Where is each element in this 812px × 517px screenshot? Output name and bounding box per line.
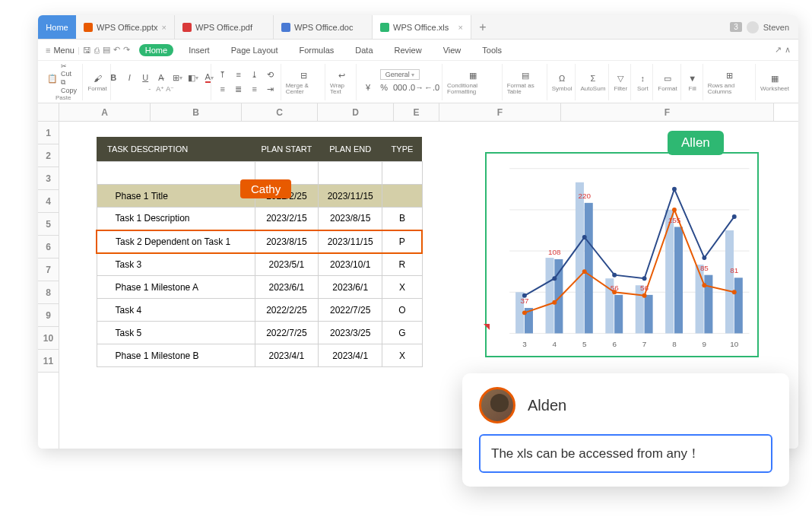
fill-color-button[interactable]: ◧▾ — [186, 71, 200, 84]
table-cell[interactable]: 2023/8/15 — [319, 208, 382, 230]
border-button[interactable]: ⊞▾ — [170, 71, 184, 84]
table-cell[interactable]: 2023/3/25 — [319, 322, 382, 344]
close-icon[interactable]: × — [458, 23, 463, 32]
share-icon[interactable]: ↗ — [775, 45, 782, 55]
save-icon[interactable]: 🖫 — [83, 46, 91, 55]
table-cell[interactable]: 2023/4/1 — [255, 344, 318, 367]
table-cell[interactable]: Task 3 — [97, 253, 255, 276]
collaborator-tag-cathy[interactable]: Cathy — [240, 179, 291, 198]
table-cell[interactable]: 2023/6/1 — [255, 276, 318, 299]
ribbon-tab[interactable]: Data — [349, 44, 379, 56]
table-cell[interactable] — [382, 185, 422, 208]
row-header[interactable]: 10 — [38, 327, 59, 350]
comma-icon[interactable]: 000 — [393, 81, 407, 94]
row-header[interactable]: 6 — [38, 236, 59, 258]
table-row[interactable]: Task 52022/7/252023/3/25G — [97, 322, 422, 344]
align-center-icon[interactable]: ≣ — [232, 82, 246, 96]
ribbon-tab[interactable]: Review — [389, 44, 428, 56]
table-cell[interactable]: Task 2 Dependent on Task 1 — [97, 230, 255, 253]
table-cell[interactable]: Task 5 — [97, 322, 255, 344]
table-cell[interactable]: 2023/10/1 — [319, 253, 382, 276]
align-top-icon[interactable]: ⤒ — [216, 68, 230, 81]
merge-group[interactable]: ⊟Merge & Center — [283, 64, 325, 100]
wrap-group[interactable]: ↩Wrap Text — [327, 64, 357, 100]
ribbon-tab[interactable]: View — [437, 44, 468, 56]
copy-button[interactable]: ⧉ Copy — [61, 78, 80, 94]
table-cell[interactable]: 2023/2/15 — [255, 208, 318, 230]
column-header[interactable]: F — [561, 103, 774, 121]
currency-icon[interactable]: ¥ — [361, 81, 375, 94]
paste-icon[interactable]: 📋 — [47, 71, 59, 85]
row-header[interactable]: 8 — [38, 281, 59, 304]
dec-inc-icon[interactable]: .0→ — [409, 81, 423, 94]
ribbon-tab[interactable]: Insert — [182, 44, 216, 56]
comment-text[interactable]: The xls can be accessed from any！ — [479, 434, 772, 473]
table-cell[interactable]: B — [382, 208, 422, 230]
symbol-group[interactable]: ΩSymbol — [549, 64, 576, 100]
filter-group[interactable]: ▽Filter — [611, 64, 631, 100]
table-cell[interactable]: G — [382, 322, 422, 344]
home-tab[interactable]: Home — [38, 15, 76, 39]
table-cell[interactable]: 2023/4/1 — [319, 344, 382, 367]
table-cell[interactable]: X — [382, 276, 422, 299]
table-cell[interactable]: O — [382, 299, 422, 322]
number-format-select[interactable]: General ▾ — [380, 69, 420, 80]
ribbon-tab[interactable]: Page Layout — [225, 44, 284, 56]
redo-icon[interactable]: ↷ — [123, 45, 130, 55]
row-header[interactable]: 3 — [38, 167, 59, 190]
table-cell[interactable]: 2023/11/15 — [319, 230, 382, 253]
row-header[interactable]: 4 — [38, 190, 59, 213]
indent-icon[interactable]: ⇥ — [264, 82, 278, 96]
row-header[interactable]: 7 — [38, 258, 59, 281]
table-row[interactable]: Task 42022/2/252022/7/25O — [97, 299, 422, 322]
menu-label[interactable]: Menu — [53, 46, 75, 55]
italic-button[interactable]: I — [122, 71, 136, 84]
table-row[interactable]: Phase 1 Milestone A2023/6/12023/6/1X — [97, 276, 422, 299]
format-painter-icon[interactable]: 🖌 — [90, 71, 104, 85]
ribbon-tab[interactable]: Tools — [476, 44, 508, 56]
table-cell[interactable]: P — [382, 230, 422, 253]
table-cell[interactable]: Phase 1 Title — [97, 185, 255, 208]
align-middle-icon[interactable]: ≡ — [232, 68, 246, 81]
orientation-icon[interactable]: ⟲ — [264, 68, 278, 81]
document-tab[interactable]: WPS Office.xls× — [373, 15, 471, 39]
table-row[interactable]: Task 1 Description2023/2/152023/8/15B — [97, 208, 422, 230]
document-tab[interactable]: WPS Office.pptx× — [76, 15, 175, 39]
row-header[interactable]: 5 — [38, 213, 59, 236]
sort-group[interactable]: ↕Sort — [633, 64, 653, 100]
column-header[interactable]: A — [59, 103, 151, 121]
column-header[interactable]: F — [439, 103, 561, 121]
column-header[interactable]: E — [394, 103, 439, 121]
document-tab[interactable]: WPS Office.pdf — [175, 15, 274, 39]
close-icon[interactable]: × — [162, 23, 167, 32]
table-cell[interactable]: Phase 1 Milestone B — [97, 344, 255, 367]
row-header[interactable]: 2 — [38, 144, 59, 167]
percent-icon[interactable]: % — [377, 81, 391, 94]
align-right-icon[interactable]: ≡ — [248, 82, 262, 96]
align-bottom-icon[interactable]: ⤓ — [248, 68, 262, 81]
table-row[interactable]: Phase 1 Milestone B2023/4/12023/4/1X — [97, 344, 422, 367]
document-tab[interactable]: WPS Office.doc — [274, 15, 373, 39]
table-row[interactable]: Task 2 Dependent on Task 12023/8/152023/… — [97, 230, 422, 253]
dec-dec-icon[interactable]: ←.0 — [425, 81, 439, 94]
cut-button[interactable]: ✂ Cut — [61, 62, 80, 78]
rowscols-group[interactable]: ⊞Rows and Columns — [705, 64, 756, 100]
table-cell[interactable]: Task 4 — [97, 299, 255, 322]
fill-group[interactable]: ▼Fill — [683, 64, 703, 100]
user-area[interactable]: 3 Steven — [721, 15, 798, 39]
new-tab-button[interactable]: + — [471, 15, 494, 39]
print-icon[interactable]: ⎙ — [94, 46, 100, 55]
hamburger-icon[interactable]: ≡ — [46, 46, 50, 55]
table-cell[interactable]: 2023/11/15 — [319, 185, 382, 208]
table-cell[interactable]: 2022/7/25 — [319, 299, 382, 322]
align-left-icon[interactable]: ≡ — [216, 82, 230, 96]
bold-button[interactable]: B — [106, 71, 120, 84]
embedded-chart[interactable]: 3710822056561558581345678910 — [485, 152, 759, 357]
row-header[interactable]: 11 — [38, 350, 59, 373]
comment-indicator-icon[interactable] — [484, 324, 490, 330]
ribbon-tab[interactable]: Formulas — [293, 44, 340, 56]
table-cell[interactable]: Phase 1 Milestone A — [97, 276, 255, 299]
table-cell[interactable]: R — [382, 253, 422, 276]
worksheet-group[interactable]: ▦Worksheet — [757, 64, 792, 100]
table-cell[interactable]: 2023/8/15 — [255, 230, 318, 253]
